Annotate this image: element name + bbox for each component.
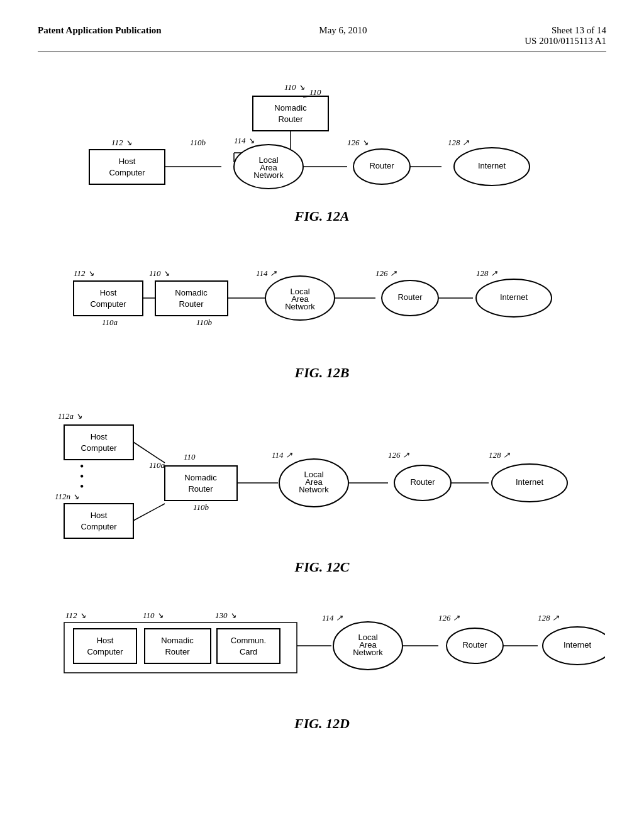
diagram-12a: 110 ↘ Nomadic Router 110 112 ↘ Host Comp… xyxy=(38,71,606,224)
lan-text3-12a: Network xyxy=(253,170,284,180)
host-computer-top-text1-12c: Host xyxy=(91,432,108,441)
nomadic-router-box-12b xyxy=(155,281,228,316)
diagram-12b: 112 ↘ Host Computer 110 ↘ Nomadic Router… xyxy=(38,243,606,381)
svg-12d: 112 ↘ Host Computer 110 ↘ Nomadic Router… xyxy=(39,594,605,711)
host-computer-box-12d xyxy=(74,629,136,663)
nomadic-router-text1-12b: Nomadic xyxy=(175,288,208,297)
fig-label-12c: FIG. 12C xyxy=(38,559,606,575)
ref-110-12c: 110 xyxy=(184,452,196,462)
ref-128-12d: 128 ↗ xyxy=(538,613,559,622)
ref-114-12d: 114 ↗ xyxy=(322,613,343,622)
host-computer-text2-12b: Computer xyxy=(90,299,126,309)
nomadic-router-text1-12c: Nomadic xyxy=(184,473,217,482)
ref-110a-12b: 110a xyxy=(102,318,118,327)
fig-label-12a: FIG. 12A xyxy=(38,208,606,224)
ref-126-12c: 126 ↗ xyxy=(388,450,409,460)
ref-126-12b: 126 ↗ xyxy=(375,268,397,278)
svg-12a: 110 ↘ Nomadic Router 110 112 ↘ Host Comp… xyxy=(39,71,605,203)
host-computer-text1-12b: Host xyxy=(100,288,117,297)
svg-12b: 112 ↘ Host Computer 110 ↘ Nomadic Router… xyxy=(39,243,605,360)
svg-12c: 112a ↘ Host Computer • • • 112n ↘ Host C… xyxy=(39,400,605,554)
fig-text-12a: FIG. 12A xyxy=(295,208,350,224)
ref-110b-12c: 110b xyxy=(193,502,209,512)
page: Patent Application Publication May 6, 20… xyxy=(0,0,644,830)
internet-text-12d: Internet xyxy=(564,640,591,650)
nomadic-router-text2-12c: Router xyxy=(188,484,213,494)
nomadic-router-text-12a: Nomadic xyxy=(274,103,307,113)
commun-card-text1-12d: Commun. xyxy=(231,636,266,645)
ref-112-12a: 112 ↘ xyxy=(111,138,132,147)
ref-112a-12c: 112a ↘ xyxy=(58,411,82,421)
publication-label: Patent Application Publication xyxy=(38,25,162,36)
host-computer-box-12a xyxy=(89,150,165,184)
host-computer-text1-12d: Host xyxy=(97,636,114,645)
ref-110b-12a: 110b xyxy=(190,138,206,147)
commun-card-text2-12d: Card xyxy=(240,647,257,656)
host-computer-text2-12a: Computer xyxy=(109,168,145,177)
host-computer-text2-12d: Computer xyxy=(87,647,123,656)
internet-text-12c: Internet xyxy=(516,477,543,487)
lan-text3-12d: Network xyxy=(353,648,383,657)
router-text-12a: Router xyxy=(369,161,394,170)
ref-114-12b: 114 ↗ xyxy=(256,268,277,278)
diagram-12c: 112a ↘ Host Computer • • • 112n ↘ Host C… xyxy=(38,400,606,575)
host-computer-top-text2-12c: Computer xyxy=(80,443,117,453)
host-computer-box-12b xyxy=(74,281,143,316)
lan-text3-12b: Network xyxy=(285,302,315,311)
ref-114-12a: 114 ↘ xyxy=(234,136,255,145)
router-text-12c: Router xyxy=(410,477,435,487)
ref-110-12a: 110 ↘ xyxy=(284,82,305,92)
ref-110b-12b: 110b xyxy=(196,318,213,327)
nomadic-router-box-12d xyxy=(145,629,211,663)
host-computer-bot-text2-12c: Computer xyxy=(80,522,117,531)
ref-114-12c: 114 ↗ xyxy=(272,450,292,460)
fig-text-12c: FIG. 12C xyxy=(295,559,350,575)
nomadic-router-text1-12d: Nomadic xyxy=(161,636,194,645)
nomadic-router-text2-12a: Router xyxy=(278,114,303,124)
host-computer-bot-box-12c xyxy=(64,504,133,538)
diagram-12d: 112 ↘ Host Computer 110 ↘ Nomadic Router… xyxy=(38,594,606,732)
line-bot-hc-nr-12c xyxy=(133,504,165,521)
host-computer-bot-text1-12c: Host xyxy=(91,511,108,520)
ref-128-12c: 128 ↗ xyxy=(489,450,510,460)
ref-128-12a: 128 ↗ xyxy=(448,138,469,147)
ref-110-12b: 110 ↘ xyxy=(149,268,170,278)
ref-130-12d: 130 ↘ xyxy=(215,611,236,620)
host-computer-text1-12a: Host xyxy=(119,157,136,166)
lan-text3-12c: Network xyxy=(299,485,329,494)
nomadic-router-box-12c xyxy=(165,466,237,501)
ref-110-label: 110 xyxy=(309,87,321,97)
ref-112n-12c: 112n ↘ xyxy=(55,492,79,501)
patent-label: US 2010/0115113 A1 xyxy=(525,36,606,47)
internet-text-12a: Internet xyxy=(478,161,506,170)
fig-label-12d: FIG. 12D xyxy=(38,716,606,732)
fig-text-12b: FIG. 12B xyxy=(295,365,350,380)
nomadic-router-box-12a xyxy=(253,96,328,131)
router-text-12d: Router xyxy=(462,640,487,650)
ref-126-12a: 126 ↘ xyxy=(347,138,369,147)
ref-126-12d: 126 ↗ xyxy=(438,613,460,622)
internet-text-12b: Internet xyxy=(500,292,528,302)
nomadic-router-text2-12d: Router xyxy=(165,647,190,656)
ref-128-12b: 128 ↗ xyxy=(476,268,497,278)
fig-text-12d: FIG. 12D xyxy=(294,716,350,731)
ref-110-12d: 110 ↘ xyxy=(143,611,164,620)
sheet-label: Sheet 13 of 14 xyxy=(525,25,606,36)
router-text-12b: Router xyxy=(397,292,423,302)
host-computer-top-box-12c xyxy=(64,425,133,460)
ref-112-12b: 112 ↘ xyxy=(74,268,94,278)
page-header: Patent Application Publication May 6, 20… xyxy=(38,25,606,52)
commun-card-box-12d xyxy=(217,629,280,663)
ref-112-12d: 112 ↘ xyxy=(65,611,86,620)
dots3-12c: • xyxy=(80,480,84,493)
fig-label-12b: FIG. 12B xyxy=(38,365,606,381)
date-label: May 6, 2010 xyxy=(319,25,367,36)
nomadic-router-text2-12b: Router xyxy=(179,299,204,309)
